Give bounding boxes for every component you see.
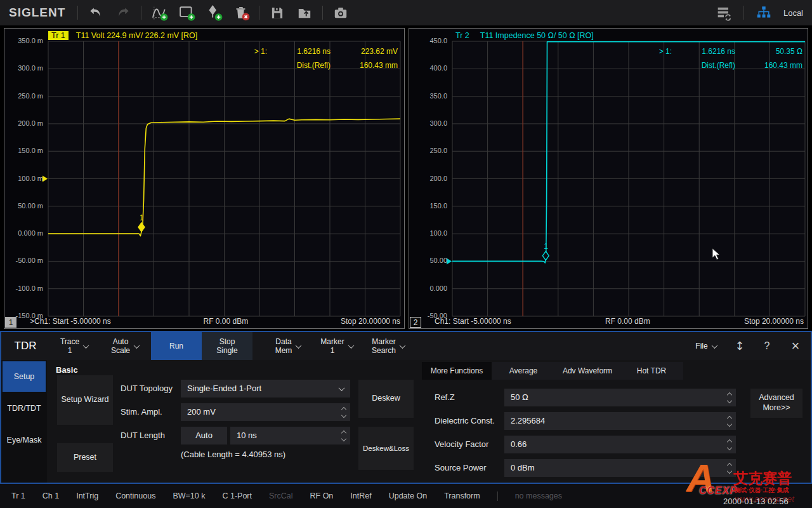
status-item: Ch 1 xyxy=(43,491,59,500)
cable-length-note: (Cable Length = 4.40953 ns) xyxy=(181,450,285,459)
save-icon[interactable] xyxy=(268,3,287,22)
chevron-down-icon xyxy=(296,342,302,349)
add-trace-icon[interactable] xyxy=(150,3,169,22)
y-axis-label: 300.0 m xyxy=(1,64,43,72)
trace-title-row: Tr 2 T11 Impedence 50 Ω/ 50 Ω [RO] xyxy=(452,30,594,41)
source-power-input[interactable]: 0 dBm xyxy=(504,459,736,477)
dut-length-label: DUT Length xyxy=(121,427,165,444)
marker-readout-cell: Dist.(Refl) xyxy=(672,58,735,72)
plot-svg: 1 xyxy=(48,41,400,316)
menu-marker[interactable]: Marker1 xyxy=(313,332,360,360)
tab-adv-waveform[interactable]: Adv Waveform xyxy=(555,362,620,380)
stim-ampl-input[interactable]: 200 mV xyxy=(181,403,350,421)
menu-marker-search[interactable]: MarkerSearch xyxy=(360,332,416,360)
marker-diamond[interactable] xyxy=(542,251,549,260)
chart-footer: >Ch1: Start -5.00000 ns RF 0.00 dBm Stop… xyxy=(30,317,400,327)
advanced-more-button[interactable]: Advanced More>> xyxy=(750,389,802,418)
add-window-icon[interactable] xyxy=(177,3,196,22)
plot-svg: 1 xyxy=(452,41,805,316)
undo-icon[interactable] xyxy=(86,3,105,22)
dut-topology-select[interactable]: Single-Ended 1-Port xyxy=(181,380,350,398)
marker-readout-cell: 50.35 Ω xyxy=(735,44,802,58)
preset-button[interactable]: Preset xyxy=(57,443,113,472)
spinner-arrows[interactable] xyxy=(728,417,731,426)
status-item: SrcCal xyxy=(269,491,293,500)
spinner-arrows[interactable] xyxy=(728,464,731,473)
chart-tr2: Tr 2 T11 Impedence 50 Ω/ 50 Ω [RO] 1 450… xyxy=(409,28,808,329)
toolbar-right-group: Local xyxy=(714,3,803,22)
dielectric-const-input[interactable]: 2.295684 xyxy=(504,412,736,430)
menu-trace[interactable]: Trace1 xyxy=(49,332,99,360)
spinner-arrows[interactable] xyxy=(728,440,731,450)
y-axis-label: 150.0 m xyxy=(1,147,43,154)
sweep-start-label: Ch1: Start -5.00000 ns xyxy=(435,317,511,327)
chevron-down-icon xyxy=(83,342,89,349)
plot-area[interactable]: 1 xyxy=(452,41,805,316)
menu-data-mem[interactable]: DataMem xyxy=(263,332,313,360)
marker-readout-cell: 1.6216 ns xyxy=(267,44,331,58)
menu-file[interactable]: File xyxy=(686,332,726,360)
function-tabs: More Functions Average Adv Waveform Hot … xyxy=(422,362,683,380)
deskew-loss-button[interactable]: Deskew&Loss xyxy=(358,427,414,470)
close-panel-icon[interactable]: × xyxy=(780,332,811,360)
menu-auto-scale[interactable]: AutoScale xyxy=(99,332,151,360)
trace-label-chip[interactable]: Tr 1 xyxy=(48,31,69,40)
local-remote-label[interactable]: Local xyxy=(783,8,803,18)
plot-area[interactable]: 1 xyxy=(48,41,400,316)
ref-z-input[interactable]: 50 Ω xyxy=(504,389,736,406)
velocity-factor-input[interactable]: 0.66 xyxy=(504,436,736,453)
panel-content: Basic Setup Wizard Preset DUT Topology S… xyxy=(47,360,811,483)
toolbar-divider xyxy=(322,6,323,20)
y-axis-label: 0.000 m xyxy=(1,229,43,237)
sweep-stop-label: Stop 20.00000 ns xyxy=(744,317,804,327)
window-number-badge[interactable]: 2 xyxy=(410,317,421,328)
sidebar-item-tdr-tdt[interactable]: TDR/TDT xyxy=(3,396,46,421)
separator xyxy=(497,491,498,501)
chart-footer: Ch1: Start -5.00000 ns RF 0.00 dBm Stop … xyxy=(435,317,804,327)
status-bar: Tr 1Ch 1IntTrigContinuousBW=10 kC 1-Port… xyxy=(0,484,812,508)
velocity-factor-label: Velocity Factor xyxy=(435,436,488,453)
marker-readout-cell: 160.43 mm xyxy=(735,58,802,72)
tab-hot-tdr[interactable]: Hot TDR xyxy=(620,362,683,380)
dut-length-auto-button[interactable]: Auto xyxy=(181,427,227,444)
spinner-arrows[interactable] xyxy=(342,408,346,417)
help-icon[interactable]: ? xyxy=(754,332,780,360)
sidebar-item-setup[interactable]: Setup xyxy=(3,361,46,392)
status-item: BW=10 k xyxy=(173,491,205,500)
screenshot-icon[interactable] xyxy=(331,3,350,22)
dut-length-input[interactable]: 10 ns xyxy=(230,427,350,444)
spinner-arrows[interactable] xyxy=(728,393,731,403)
redo-icon[interactable] xyxy=(114,3,133,22)
y-axis-label: 100.0 m xyxy=(1,175,43,182)
move-panel-icon[interactable]: ↕ xyxy=(726,332,754,360)
spinner-arrows[interactable] xyxy=(342,431,346,441)
setup-wizard-button[interactable]: Setup Wizard xyxy=(57,375,113,425)
panel-body: Setup TDR/TDT Eye/Mask Basic Setup Wizar… xyxy=(1,360,811,483)
toolbar-divider xyxy=(77,6,78,20)
y-axis-label: 400.0 xyxy=(405,64,447,72)
tab-average[interactable]: Average xyxy=(492,362,555,380)
y-axis-label: 200.0 xyxy=(405,175,447,182)
chevron-down-icon xyxy=(400,342,406,349)
lan-icon[interactable] xyxy=(754,3,773,22)
marker-readout-cell: 1.6216 ns xyxy=(672,44,735,58)
marker-diamond[interactable] xyxy=(138,223,145,232)
deskew-button[interactable]: Deskew xyxy=(358,380,414,418)
recall-file-icon[interactable] xyxy=(295,3,314,22)
toolbar-divider xyxy=(743,6,744,20)
y-axis-label: 100.0 xyxy=(405,229,447,237)
y-axis-label: 50.00 xyxy=(405,257,447,264)
ref-z-label: Ref.Z xyxy=(435,389,455,406)
trace-label-chip[interactable]: Tr 2 xyxy=(452,31,473,40)
y-axis-label: 50.00 m xyxy=(1,202,43,210)
run-button[interactable]: Run xyxy=(151,332,202,360)
system-status-icon[interactable] xyxy=(714,3,733,22)
delete-trace-icon[interactable] xyxy=(232,3,251,22)
window-number-badge[interactable]: 1 xyxy=(5,317,16,328)
status-item: Transform xyxy=(444,491,480,500)
stop-single-button[interactable]: StopSingle xyxy=(202,332,252,360)
sidebar-item-eye-mask[interactable]: Eye/Mask xyxy=(3,427,46,453)
tab-more-functions[interactable]: More Functions xyxy=(422,362,492,380)
add-marker-icon[interactable] xyxy=(204,3,223,22)
chevron-down-icon xyxy=(711,342,717,349)
